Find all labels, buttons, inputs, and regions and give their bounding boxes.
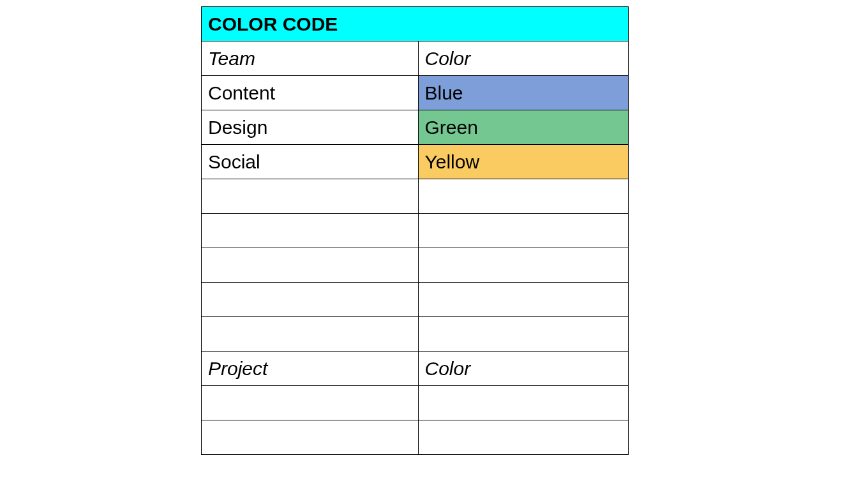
section2-header-row[interactable]: Project Color — [202, 352, 629, 386]
table-title[interactable]: COLOR CODE — [202, 7, 419, 41]
empty-cell[interactable] — [418, 179, 629, 214]
empty-cell[interactable] — [202, 420, 419, 455]
empty-cell[interactable] — [202, 248, 419, 283]
cell-color-yellow[interactable]: Yellow — [418, 145, 629, 179]
table-row[interactable] — [202, 420, 629, 455]
empty-cell[interactable] — [418, 317, 629, 352]
cell-team-content[interactable]: Content — [202, 76, 419, 110]
table-row[interactable] — [202, 248, 629, 283]
title-cell-right[interactable] — [418, 7, 629, 41]
empty-cell[interactable] — [202, 214, 419, 248]
color-code-table: COLOR CODE Team Color Content Blue Desig… — [201, 6, 629, 455]
cell-team-social[interactable]: Social — [202, 145, 419, 179]
empty-cell[interactable] — [418, 420, 629, 455]
header-color-2[interactable]: Color — [418, 352, 629, 386]
cell-color-blue[interactable]: Blue — [418, 76, 629, 110]
empty-cell[interactable] — [202, 179, 419, 214]
empty-cell[interactable] — [202, 386, 419, 420]
table-row[interactable] — [202, 179, 629, 214]
table-row[interactable] — [202, 214, 629, 248]
table-row[interactable]: Content Blue — [202, 76, 629, 110]
header-team[interactable]: Team — [202, 41, 419, 76]
empty-cell[interactable] — [418, 214, 629, 248]
table-row[interactable] — [202, 386, 629, 420]
empty-cell[interactable] — [418, 283, 629, 317]
cell-color-green[interactable]: Green — [418, 110, 629, 145]
cell-team-design[interactable]: Design — [202, 110, 419, 145]
empty-cell[interactable] — [418, 386, 629, 420]
empty-cell[interactable] — [202, 317, 419, 352]
header-color[interactable]: Color — [418, 41, 629, 76]
table-row[interactable] — [202, 283, 629, 317]
table-row[interactable]: Design Green — [202, 110, 629, 145]
empty-cell[interactable] — [202, 283, 419, 317]
empty-cell[interactable] — [418, 248, 629, 283]
section1-header-row[interactable]: Team Color — [202, 41, 629, 76]
table-row[interactable] — [202, 317, 629, 352]
title-row[interactable]: COLOR CODE — [202, 7, 629, 41]
table-row[interactable]: Social Yellow — [202, 145, 629, 179]
header-project[interactable]: Project — [202, 352, 419, 386]
